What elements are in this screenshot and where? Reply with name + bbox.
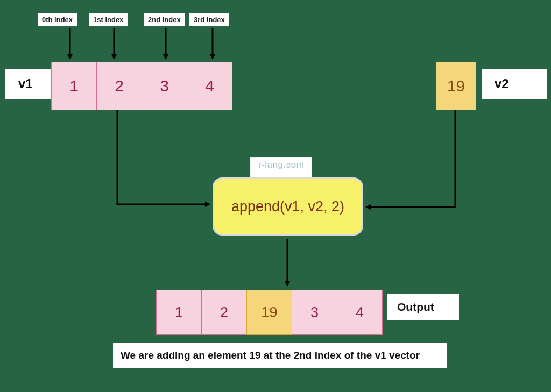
output-vector: 1 2 19 3 4 [156, 290, 383, 335]
v1-vector: 1 2 3 4 [51, 62, 232, 110]
v2-cell-0: 19 [436, 62, 476, 110]
v2-vector: 19 [436, 62, 476, 110]
v1-cell-3: 4 [187, 62, 232, 110]
v1-cell-0: 1 [51, 62, 97, 110]
index-label-2: 2nd index [144, 13, 185, 26]
v1-cell-2: 3 [142, 62, 187, 110]
watermark: r-lang.com [250, 157, 312, 179]
index-label-1: 1st index [89, 13, 128, 26]
function-box: append(v1, v2, 2) [213, 177, 363, 236]
output-cell-1: 2 [201, 290, 247, 335]
v2-tag: v2 [482, 69, 547, 99]
v1-cell-1: 2 [96, 62, 142, 110]
output-cell-3: 3 [292, 290, 337, 335]
caption: We are adding an element 19 at the 2nd i… [113, 343, 447, 368]
output-tag: Output [387, 294, 459, 320]
function-wrap: r-lang.com append(v1, v2, 2) [213, 177, 363, 236]
output-cell-0: 1 [156, 290, 202, 335]
output-cell-4: 4 [337, 290, 383, 335]
index-label-0: 0th index [38, 13, 77, 26]
index-label-3: 3rd index [189, 13, 229, 26]
output-cell-2: 19 [246, 290, 292, 335]
function-text: append(v1, v2, 2) [231, 198, 344, 215]
